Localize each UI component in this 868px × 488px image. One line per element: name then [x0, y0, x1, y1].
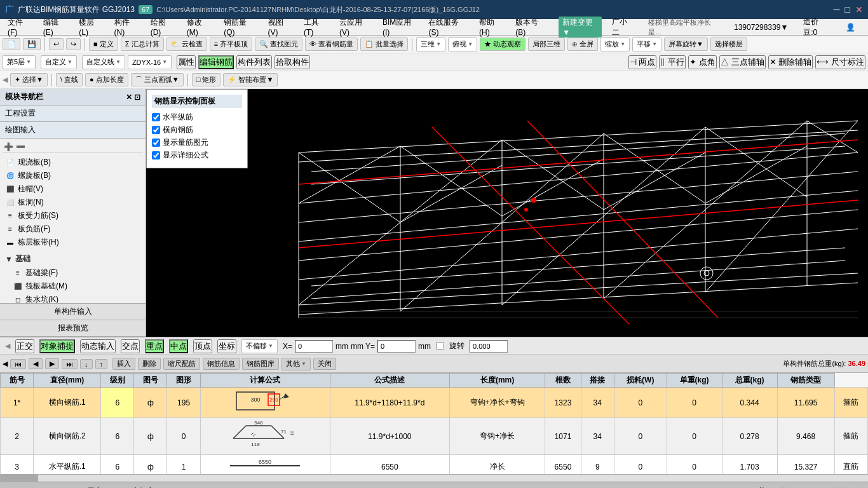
menu-rebar[interactable]: 钢筋量(Q) [219, 16, 261, 38]
phone-num[interactable]: 13907298339▼ [729, 22, 793, 33]
horizontal-rebar-check[interactable]: 水平纵筋 [152, 112, 242, 123]
transverse-rebar-checkbox[interactable] [152, 126, 160, 134]
scrollbar-thumb[interactable] [0, 475, 38, 482]
table-row[interactable]: 3 水平纵筋.1 6 ф 1 6550 6550 净长 6550 [1, 455, 868, 475]
horizontal-scrollbar[interactable] [0, 474, 868, 482]
rotate-btn[interactable]: 屏幕旋转▼ [664, 37, 708, 51]
pick-component-btn[interactable]: 拾取构件 [275, 55, 310, 69]
intersection-btn[interactable]: 交点 [121, 339, 140, 353]
sidebar-item-spiral-slab[interactable]: 🌀 螺旋板(B) [3, 169, 143, 182]
sidebar-item-stress-rebar[interactable]: ≡ 板受力筋(S) [3, 209, 143, 222]
view-rebar-btn[interactable]: 👁 查看钢筋量 [305, 37, 358, 51]
delete-btn[interactable]: 删除 [138, 358, 161, 370]
sidebar-item-raft[interactable]: ⬛ 筏板基础(M) [10, 280, 143, 293]
menu-online[interactable]: 在线服务(S) [423, 16, 473, 38]
sidebar-item-neg-rebar[interactable]: ≡ 板负筋(F) [3, 222, 143, 236]
menu-bim[interactable]: BIM应用(I) [377, 16, 423, 38]
3d-dropdown[interactable]: 三维▼ [416, 37, 445, 51]
sidebar-controls[interactable]: ✕ ⊡ [126, 93, 140, 102]
report-preview-btn[interactable]: 报表预览 [0, 320, 146, 337]
menu-cloud[interactable]: 云应用(V) [334, 16, 376, 38]
draw-input-item[interactable]: 绘图输入 [0, 122, 146, 139]
move-down-btn[interactable]: ↓ [80, 359, 93, 369]
calc-btn[interactable]: Σ 汇总计算 [121, 37, 164, 51]
select-btn[interactable]: ✦ 选择▼ [10, 73, 48, 86]
layer-type-select[interactable]: 自定义▼ [41, 55, 77, 69]
move-up-btn[interactable]: ↑ [95, 359, 108, 369]
new-change-btn[interactable]: 新建变更▼ [559, 17, 602, 37]
prev-record-btn[interactable]: ◀ [29, 358, 43, 369]
table-row[interactable]: 1* 横向钢筋.1 6 ф 195 300 290 [1, 388, 868, 418]
three-point-axis-btn[interactable]: △ 三点辅轴 [719, 55, 766, 69]
edit-rebar-btn[interactable]: 编辑钢筋 [198, 55, 234, 69]
show-element-checkbox[interactable] [152, 139, 160, 147]
point-length-btn[interactable]: ● 点加长度 [85, 73, 128, 86]
menu-tools[interactable]: 工具(T) [299, 16, 333, 38]
next-record-btn[interactable]: ▶ [45, 358, 59, 369]
midpoint-btn[interactable]: 中点 [169, 339, 188, 353]
save-btn[interactable]: 💾 [23, 38, 41, 50]
rotate-checkbox[interactable] [436, 342, 444, 350]
define-btn[interactable]: ■ 定义 [89, 37, 118, 51]
zoom-dropdown[interactable]: 缩放▼ [600, 37, 630, 51]
other-dropdown[interactable]: 其他▼ [281, 358, 311, 370]
sidebar-item-pit[interactable]: ◻ 集水坑(K) [10, 293, 143, 303]
dynamic-input-btn[interactable]: 动态输入 [80, 339, 116, 353]
y-input[interactable] [377, 340, 416, 353]
find-btn[interactable]: 🔍 查找图元 [255, 37, 302, 51]
insert-btn[interactable]: 插入 [112, 358, 135, 370]
offset-dropdown[interactable]: 不偏移▼ [241, 339, 278, 353]
vertex-btn[interactable]: 顶点 [193, 339, 212, 353]
property-btn[interactable]: 属性 [177, 55, 196, 69]
project-settings-item[interactable]: 工程设置 [0, 105, 146, 122]
rebar-lib-btn[interactable]: 钢筋图库 [242, 358, 279, 370]
dimension-btn[interactable]: ⟷ 尺寸标注 [815, 55, 865, 69]
delete-axis-btn[interactable]: ✕ 删除辅轴 [768, 55, 813, 69]
local-3d-btn[interactable]: 局部三维 [528, 37, 565, 51]
menu-layer[interactable]: 楼层(L) [74, 16, 107, 38]
sidebar-item-foundation-beam[interactable]: ≡ 基础梁(F) [10, 266, 143, 280]
view-dropdown[interactable]: 俯视▼ [448, 37, 477, 51]
menu-draw[interactable]: 绘图(D) [146, 16, 180, 38]
snap-btn[interactable]: 对象捕捉 [39, 339, 75, 353]
cloud-check-btn[interactable]: ⛅ 云检查 [166, 37, 207, 51]
parallel-btn[interactable]: ∥ 平行 [659, 55, 686, 69]
two-point-btn[interactable]: ⊣ 两点 [628, 55, 657, 69]
cad-area[interactable]: 钢筋显示控制面板 水平纵筋 横向钢筋 显示量筋图元 显示详细公式 [146, 89, 868, 337]
menu-file[interactable]: 文件(F) [3, 16, 37, 38]
coord-btn[interactable]: 坐标 [217, 339, 236, 353]
menu-edit[interactable]: 编辑(E) [38, 16, 72, 38]
new-btn[interactable]: 📄 [3, 38, 20, 50]
show-element-check[interactable]: 显示量筋图元 [152, 137, 242, 148]
align-btn[interactable]: ≡ 齐平板顶 [210, 37, 252, 51]
show-formula-check[interactable]: 显示详细公式 [152, 150, 242, 161]
x-input[interactable] [295, 340, 333, 353]
first-record-btn[interactable]: ⏮ [10, 359, 26, 369]
line-btn[interactable]: \ 直线 [56, 73, 83, 86]
single-component-btn[interactable]: 单构件输入 [0, 304, 146, 320]
sidebar-add-btn[interactable]: ➕ [4, 142, 13, 151]
show-formula-checkbox[interactable] [152, 151, 160, 159]
sidebar-item-slab[interactable]: 📄 现浇板(B) [3, 156, 143, 169]
orthogonal-btn[interactable]: 正交 [15, 339, 34, 353]
rect-btn[interactable]: □ 矩形 [192, 73, 221, 86]
close-table-btn[interactable]: 关闭 [313, 358, 336, 370]
rotate-input[interactable] [470, 340, 508, 353]
undo-btn[interactable]: ↩ [49, 38, 64, 50]
menu-component[interactable]: 构件(N) [109, 16, 144, 38]
table-row[interactable]: 2 横向钢筋.2 6 ф 0 546 7 [1, 418, 868, 455]
sidebar-item-column-cap[interactable]: ⬛ 柱帽(V) [3, 182, 143, 196]
line-type-select[interactable]: 自定义线▼ [82, 55, 125, 69]
component-list-btn[interactable]: 构件列表 [236, 55, 272, 69]
batch-select-btn[interactable]: 📋 批量选择 [360, 37, 408, 51]
menu-version[interactable]: 版本号(B) [510, 16, 552, 38]
sidebar-section-foundation[interactable]: ▼ 基础 [3, 252, 143, 266]
point-angle-btn[interactable]: ✦ 点角 [688, 55, 717, 69]
horizontal-rebar-checkbox[interactable] [152, 113, 160, 121]
arc-btn[interactable]: ⌒ 三点画弧▼ [131, 73, 184, 86]
floor-select[interactable]: 第5层▼ [3, 55, 36, 69]
menu-help[interactable]: 帮助(H) [474, 16, 509, 38]
sidebar-item-slab-hole[interactable]: ⬜ 板洞(N) [3, 196, 143, 209]
orbit-btn[interactable]: ★ 动态观察 [480, 37, 526, 51]
pan-dropdown[interactable]: 平移▼ [632, 37, 661, 51]
